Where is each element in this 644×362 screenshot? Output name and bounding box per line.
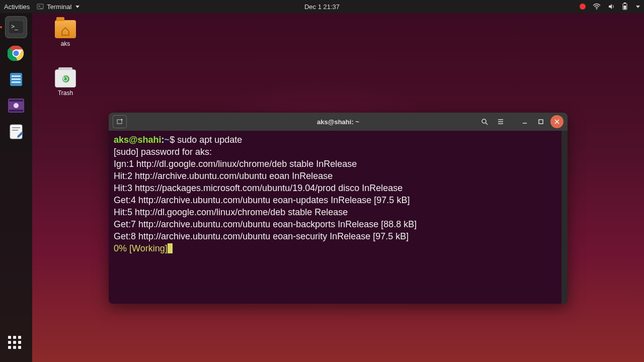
desktop-home-label: aks [45,40,86,47]
video-icon [8,99,24,113]
dock-files[interactable] [5,68,27,90]
battery-icon[interactable] [622,3,628,11]
terminal-title: aks@shahi: ~ [317,118,359,126]
chrome-icon [8,45,25,62]
close-icon [554,119,560,125]
svg-rect-22 [117,120,122,124]
dock-video[interactable] [5,95,27,117]
svg-rect-26 [539,120,543,124]
terminal-line: Hit:3 https://packages.microsoft.com/ubu… [114,183,403,193]
maximize-icon [538,119,544,125]
dock-chrome[interactable] [5,42,27,64]
search-icon [481,118,488,125]
dock: >_ [0,13,32,362]
prompt-dollar: $ [170,135,177,145]
volume-icon[interactable] [608,3,615,10]
svg-rect-11 [12,75,21,77]
new-tab-icon [116,118,123,125]
terminal-icon: >_ [9,21,24,34]
svg-text:>_: >_ [11,23,18,30]
terminal-line: Hit:2 http://archive.ubuntu.com/ubuntu e… [114,171,333,181]
desktop-home-folder[interactable]: aks [45,20,86,47]
desktop-trash-label: Trash [45,89,86,97]
prompt-path: ~ [165,135,170,145]
dock-show-apps[interactable] [5,333,27,355]
screen-record-icon[interactable] [580,4,586,10]
prompt-user: aks@shahi [114,135,162,145]
desktop-trash[interactable]: Trash [45,69,86,97]
svg-point-23 [482,119,486,123]
svg-rect-15 [9,100,23,102]
search-button[interactable] [478,115,491,128]
svg-rect-20 [12,130,18,131]
files-icon [9,71,24,87]
svg-rect-4 [624,3,626,4]
minimize-button[interactable] [518,115,531,128]
system-menu-chevron-icon[interactable] [636,6,640,8]
terminal-window: aks@shahi: ~ aks@shahi:~$ sudo apt updat… [109,113,568,304]
terminal-line: Get:4 http://archive.ubuntu.com/ubuntu e… [114,195,410,205]
dock-terminal[interactable]: >_ [5,16,27,38]
app-menu[interactable]: >_ Terminal [37,3,79,11]
svg-point-17 [14,103,19,108]
wifi-icon[interactable] [593,4,601,10]
dock-text-editor[interactable] [5,121,27,143]
terminal-line: Ign:1 http://dl.google.com/linux/chrome/… [114,159,357,169]
apps-grid-icon [8,336,24,352]
svg-point-9 [13,50,20,57]
svg-rect-13 [12,81,21,83]
terminal-line: Get:8 http://archive.ubuntu.com/ubuntu e… [114,231,409,241]
top-bar: Activities >_ Terminal Dec 1 21:37 [0,0,644,13]
svg-point-2 [596,9,597,10]
terminal-line: [sudo] password for aks: [114,147,214,157]
svg-text:>_: >_ [38,5,42,9]
app-menu-label: Terminal [47,3,71,11]
terminal-body[interactable]: aks@shahi:~$ sudo apt update [sudo] pass… [109,131,568,304]
minimize-icon [522,119,528,125]
terminal-line: Get:7 http://archive.ubuntu.com/ubuntu e… [114,219,417,229]
menu-button[interactable] [494,115,507,128]
hamburger-icon [497,118,504,125]
command-text: sudo apt update [177,135,242,145]
progress-line: 0% [Working] [114,243,168,253]
svg-rect-16 [9,110,23,112]
activities-button[interactable]: Activities [4,3,30,11]
terminal-icon: >_ [37,3,44,10]
close-button[interactable] [550,115,564,128]
cursor [168,243,173,253]
trash-icon [55,69,76,87]
svg-rect-18 [10,125,22,139]
terminal-titlebar[interactable]: aks@shahi: ~ [109,113,568,131]
new-tab-button[interactable] [113,115,127,128]
maximize-button[interactable] [534,115,547,128]
chevron-down-icon [75,6,79,8]
terminal-line: Hit:5 http://dl.google.com/linux/chrome/… [114,207,348,217]
clock[interactable]: Dec 1 21:37 [304,3,340,11]
svg-rect-19 [12,127,20,128]
svg-line-24 [486,123,488,125]
svg-rect-12 [12,78,21,80]
text-editor-icon [9,124,24,140]
svg-rect-5 [624,6,626,9]
folder-home-icon [55,20,76,38]
